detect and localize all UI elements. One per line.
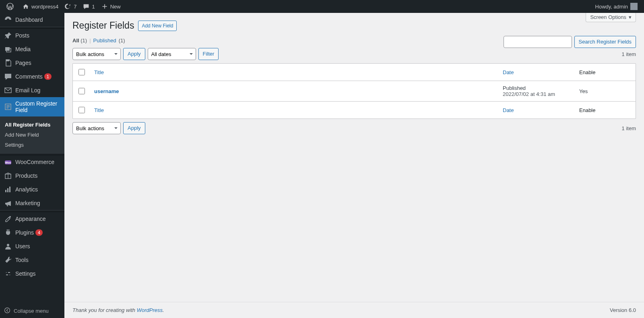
svg-point-14: [6, 272, 8, 273]
row-checkbox[interactable]: [78, 88, 85, 94]
svg-rect-11: [9, 187, 10, 192]
sidebar-item-label: Dashboard: [15, 17, 43, 23]
svg-rect-10: [7, 188, 8, 192]
svg-point-12: [9, 216, 11, 218]
content-wrap: Register Fields Add New Field All (1) | …: [64, 13, 644, 302]
apply-button-top[interactable]: Apply: [123, 48, 145, 60]
svg-point-13: [7, 244, 9, 246]
apply-button-bottom[interactable]: Apply: [123, 122, 145, 134]
row-enable: Yes: [575, 81, 636, 101]
dash-icon: [4, 16, 12, 24]
sidebar-item-users[interactable]: Users: [0, 239, 64, 253]
settings-icon: [4, 270, 12, 278]
new-menu[interactable]: New: [98, 0, 124, 13]
svg-point-16: [5, 308, 10, 313]
comment-icon: [83, 3, 89, 10]
sidebar-item-plugins[interactable]: Plugins4: [0, 226, 64, 239]
view-published-label: Published: [93, 37, 116, 44]
search-input[interactable]: [504, 36, 572, 48]
sidebar-item-label: Analytics: [15, 186, 38, 193]
sidebar-item-tools[interactable]: Tools: [0, 253, 64, 267]
sidebar-item-marketing[interactable]: Marketing: [0, 196, 64, 210]
col-date-sort-foot[interactable]: Date: [503, 107, 514, 113]
updates-count: 7: [74, 4, 76, 10]
sidebar-item-appearance[interactable]: Appearance: [0, 212, 64, 226]
sidebar-item-products[interactable]: Products: [0, 169, 64, 183]
filter-button[interactable]: Filter: [198, 48, 219, 60]
woo-icon: Woo: [4, 158, 12, 166]
bulk-actions-select-bottom[interactable]: Bulk actions: [72, 122, 121, 134]
form-icon: [4, 103, 12, 111]
sidebar-item-crf[interactable]: Custom Register Field: [0, 97, 64, 116]
add-new-field-button[interactable]: Add New Field: [138, 21, 177, 31]
sidebar-item-comments[interactable]: Comments1: [0, 70, 64, 83]
search-button[interactable]: Search Register Fields: [574, 36, 636, 48]
col-date-sort[interactable]: Date: [503, 69, 514, 75]
pin-icon: [4, 31, 12, 39]
sidebar-item-posts[interactable]: Posts: [0, 29, 64, 42]
sidebar-item-dashboard[interactable]: Dashboard: [0, 13, 64, 27]
account-menu[interactable]: Howdy, admin: [592, 0, 641, 13]
home-icon: [23, 3, 29, 10]
tool-icon: [4, 256, 12, 264]
admin-sidebar: DashboardPostsMediaPagesComments1Email L…: [0, 13, 64, 318]
bulk-actions-select[interactable]: Bulk actions: [72, 48, 121, 60]
svg-rect-9: [5, 190, 6, 192]
view-all-label: All: [72, 37, 79, 44]
view-published-count: (1): [119, 37, 125, 44]
select-all-bottom[interactable]: [78, 107, 85, 113]
row-title-link[interactable]: username: [94, 88, 119, 94]
sidebar-item-label: Users: [15, 243, 30, 249]
admin-bar: wordpress4 7 1 New Howdy, admin: [0, 0, 644, 13]
avatar: [630, 3, 638, 10]
update-icon: [65, 3, 71, 10]
svg-point-15: [8, 274, 10, 276]
sidebar-item-pages[interactable]: Pages: [0, 56, 64, 70]
howdy-label: Howdy, admin: [595, 4, 628, 10]
sidebar-item-label: Appearance: [15, 216, 46, 222]
admin-bar-left: wordpress4 7 1 New: [3, 0, 124, 13]
sidebar-item-woo[interactable]: WooWooCommerce: [0, 155, 64, 169]
comments-menu[interactable]: 1: [80, 0, 98, 13]
page-icon: [4, 59, 12, 67]
sidebar-subitem[interactable]: Settings: [0, 140, 64, 150]
comments-count: 1: [92, 4, 95, 10]
wp-logo[interactable]: [3, 0, 19, 13]
admin-footer: Thank you for creating with WordPress. V…: [64, 302, 644, 318]
collapse-menu[interactable]: Collapse menu: [0, 303, 64, 318]
footer-wp-link[interactable]: WordPress: [137, 307, 163, 313]
box-icon: [4, 172, 12, 180]
sidebar-badge: 1: [44, 73, 52, 80]
site-name-label: wordpress4: [31, 4, 58, 10]
sidebar-item-label: Plugins: [15, 229, 34, 236]
updates-menu[interactable]: 7: [62, 0, 80, 13]
view-published-link[interactable]: Published: [93, 37, 116, 44]
list-views-sep: |: [89, 37, 91, 44]
media-icon: [4, 45, 12, 53]
sidebar-item-settings[interactable]: Settings: [0, 267, 64, 281]
sidebar-item-media[interactable]: Media: [0, 42, 64, 56]
sidebar-item-emaillog[interactable]: Email Log: [0, 83, 64, 97]
mail-icon: [4, 86, 12, 94]
item-count-top: 1 item: [622, 51, 636, 57]
footer-thanks-text: Thank you for creating with: [72, 307, 137, 313]
col-title-sort-foot[interactable]: Title: [94, 107, 104, 113]
dates-select[interactable]: All dates: [148, 48, 196, 60]
view-all-count: (1): [80, 37, 87, 44]
sidebar-item-analytics[interactable]: Analytics: [0, 183, 64, 196]
search-box: Search Register Fields: [504, 36, 636, 48]
screen-options-button[interactable]: Screen Options ▾: [586, 13, 636, 22]
sidebar-item-label: Products: [15, 173, 37, 179]
sidebar-subitem[interactable]: Add New Field: [0, 130, 64, 140]
col-title-sort[interactable]: Title: [94, 69, 104, 75]
site-name[interactable]: wordpress4: [19, 0, 62, 13]
sidebar-subitem[interactable]: All Register Fields: [0, 120, 64, 130]
row-date-status: Published: [503, 85, 571, 91]
mega-icon: [4, 199, 12, 207]
col-enable-footer: Enable: [575, 101, 636, 118]
footer-version: Version 6.0: [610, 307, 636, 313]
wordpress-icon: [6, 3, 14, 10]
sidebar-item-label: Posts: [15, 32, 29, 39]
sidebar-item-label: Marketing: [15, 200, 40, 206]
select-all-top[interactable]: [78, 69, 85, 75]
